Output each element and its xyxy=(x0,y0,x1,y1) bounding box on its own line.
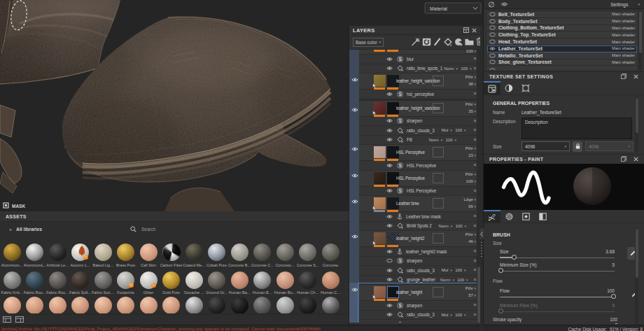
svg-text:MASK: MASK xyxy=(12,204,25,209)
svg-text:Material: Material xyxy=(430,6,447,11)
